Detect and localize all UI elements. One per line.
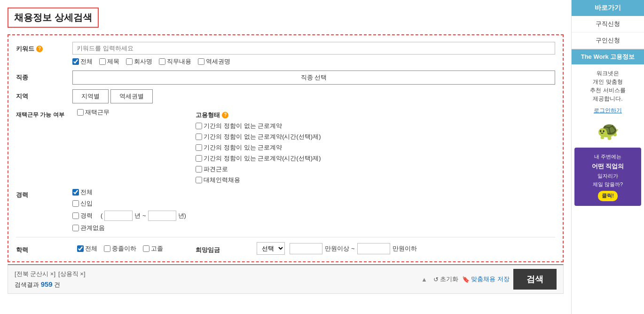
salary-type-select[interactable]: 선택 bbox=[257, 242, 285, 255]
jobtype-row: 직종 직종 선택 bbox=[16, 71, 555, 85]
salary-below-label: 만원이하 bbox=[393, 244, 417, 253]
filter-tags: [전북 군산시 ×] [상용직 ×] bbox=[15, 270, 415, 278]
education-col: 학력 전체 중졸이하 고졸 bbox=[16, 242, 196, 255]
search-button[interactable]: 검색 bbox=[513, 269, 557, 290]
education-checkboxes: 전체 중졸이하 고졸 bbox=[77, 244, 163, 253]
sidebar-goto-label: 바로가기 bbox=[572, 0, 644, 16]
career-row: 경력 전체 신입 경력 ( 년 ~ bbox=[16, 188, 555, 232]
region-buttons: 지역별 역세권별 bbox=[72, 89, 555, 103]
keyword-check-station[interactable]: 역세권명 bbox=[198, 57, 230, 66]
keyword-check-company[interactable]: 회사명 bbox=[126, 57, 152, 66]
emp-opt-6[interactable]: 대체인력채용 bbox=[196, 176, 321, 184]
region-by-area-button[interactable]: 지역별 bbox=[72, 89, 109, 103]
telework-employment-row: 재택근무 가능 여부 재택근무 고용형태 ? 기간의 정함이 없는 근로계약 bbox=[16, 108, 555, 184]
career-label: 경력 bbox=[16, 188, 72, 199]
search-form: 키워드 ? 전체 제목 회사명 bbox=[8, 34, 564, 262]
keyword-check-title[interactable]: 제목 bbox=[99, 57, 119, 66]
reset-icon: ↺ bbox=[433, 276, 439, 283]
career-to-input[interactable] bbox=[148, 211, 176, 221]
career-from-input[interactable] bbox=[104, 211, 133, 221]
result-number: 959 bbox=[41, 280, 53, 288]
edu-salary-row: 학력 전체 중졸이하 고졸 희망임금 bbox=[16, 237, 555, 255]
banner-click-button[interactable]: 클릭! bbox=[598, 191, 618, 201]
employment-options: 기간의 정함이 없는 근로계약 기간의 정함이 없는 근로계약(시간(선택)제)… bbox=[196, 122, 321, 184]
career-new[interactable]: 신입 bbox=[72, 199, 186, 208]
sidebar-mascot: 🐢 bbox=[572, 117, 644, 145]
bottom-bar: [전북 군산시 ×] [상용직 ×] 검색결과 959 건 ▲ ↺ 초기화 🔖 … bbox=[8, 264, 564, 294]
education-label: 학력 bbox=[16, 243, 77, 254]
sidebar-link-employer[interactable]: 구인신청 bbox=[572, 32, 644, 49]
emp-opt-1[interactable]: 기간의 정함이 없는 근로계약 bbox=[196, 122, 321, 130]
reset-button[interactable]: ↺ 초기화 bbox=[433, 275, 458, 283]
career-options: 전체 신입 경력 ( 년 ~ 년) bbox=[72, 188, 186, 232]
salary-above-label: 만원이상 ~ bbox=[325, 244, 354, 253]
scroll-arrow: ▲ bbox=[419, 276, 429, 283]
edu-middle[interactable]: 중졸이하 bbox=[104, 244, 136, 253]
result-count: 검색결과 959 건 bbox=[15, 280, 415, 289]
sidebar-link-jobseeker[interactable]: 구직신청 bbox=[572, 16, 644, 32]
save-button[interactable]: 🔖 맞춤채용 저장 bbox=[462, 275, 510, 283]
keyword-row: 키워드 ? 전체 제목 회사명 bbox=[16, 42, 555, 66]
career-all[interactable]: 전체 bbox=[72, 188, 186, 196]
salary-max-input[interactable] bbox=[357, 243, 390, 254]
jobtype-label: 직종 bbox=[16, 71, 72, 82]
keyword-input[interactable] bbox=[72, 42, 555, 55]
keyword-field-group: 전체 제목 회사명 직무내용 역세권명 bbox=[72, 42, 555, 66]
career-experienced[interactable]: 경력 bbox=[72, 212, 93, 220]
sidebar-desc: 워크넷은개인 맞춤형추천 서비스를제공합니다. bbox=[572, 64, 644, 105]
sidebar-banner[interactable]: 내 주변에는 어떤 직업의 일자리가 제일 많을까? 클릭! bbox=[574, 148, 641, 206]
salary-inputs: 선택 만원이상 ~ 만원이하 bbox=[257, 242, 416, 255]
emp-opt-2[interactable]: 기간의 정함이 없는 근로계약(시간(선택)제) bbox=[196, 133, 321, 141]
career-experienced-row: 경력 ( 년 ~ 년) bbox=[72, 211, 186, 221]
jobtype-field: 직종 선택 bbox=[72, 71, 555, 85]
help-icon: ? bbox=[36, 46, 43, 52]
salary-label: 희망임금 bbox=[196, 243, 257, 254]
save-icon: 🔖 bbox=[462, 276, 470, 283]
employment-col: 고용형태 ? 기간의 정함이 없는 근로계약 기간의 정함이 없는 근로계약(시… bbox=[196, 108, 555, 184]
region-by-station-button[interactable]: 역세권별 bbox=[110, 89, 153, 103]
employment-label: 고용형태 ? bbox=[196, 108, 257, 119]
edu-high[interactable]: 고졸 bbox=[143, 244, 163, 253]
keyword-checkboxes: 전체 제목 회사명 직무내용 역세권명 bbox=[72, 57, 555, 66]
keyword-check-all[interactable]: 전체 bbox=[72, 57, 93, 66]
filter-tag-2: [상용직 ×] bbox=[58, 270, 85, 278]
bottom-actions: ↺ 초기화 🔖 맞춤채용 저장 검색 bbox=[433, 269, 557, 290]
region-field: 지역별 역세권별 bbox=[72, 89, 555, 103]
keyword-label: 키워드 ? bbox=[16, 42, 72, 53]
edu-all[interactable]: 전체 bbox=[77, 244, 97, 253]
salary-min-input[interactable] bbox=[290, 243, 322, 254]
region-row: 지역 지역별 역세권별 bbox=[16, 89, 555, 103]
sidebar: 바로가기 구직신청 구인신청 The Work 고용정보 워크넷은개인 맞춤형추… bbox=[571, 0, 644, 314]
keyword-check-duty[interactable]: 직무내용 bbox=[159, 57, 191, 66]
employment-help-icon: ? bbox=[222, 112, 228, 118]
telework-checkbox[interactable]: 재택근무 bbox=[77, 108, 110, 117]
sidebar-links: 구직신청 구인신청 bbox=[572, 16, 644, 49]
emp-opt-3[interactable]: 기간의 정함이 있는 근로계약 bbox=[196, 143, 321, 152]
region-label: 지역 bbox=[16, 89, 72, 101]
filter-tag-1: [전북 군산시 ×] bbox=[15, 270, 55, 278]
jobtype-select-button[interactable]: 직종 선택 bbox=[72, 71, 555, 85]
career-any[interactable]: 관계없음 bbox=[72, 224, 186, 232]
sidebar-section-title: The Work 고용정보 bbox=[572, 49, 644, 64]
sidebar-login-link[interactable]: 로그인하기 bbox=[572, 105, 644, 117]
emp-opt-5[interactable]: 파견근로 bbox=[196, 165, 321, 173]
emp-opt-4[interactable]: 기간의 정함이 있는 근로계약(시간(선택)제) bbox=[196, 154, 321, 163]
telework-label: 재택근무 가능 여부 bbox=[16, 108, 77, 119]
salary-col: 희망임금 선택 만원이상 ~ 만원이하 bbox=[196, 242, 555, 255]
page-title: 채용정보 상세검색 bbox=[8, 8, 99, 28]
telework-col: 재택근무 가능 여부 재택근무 bbox=[16, 108, 196, 184]
